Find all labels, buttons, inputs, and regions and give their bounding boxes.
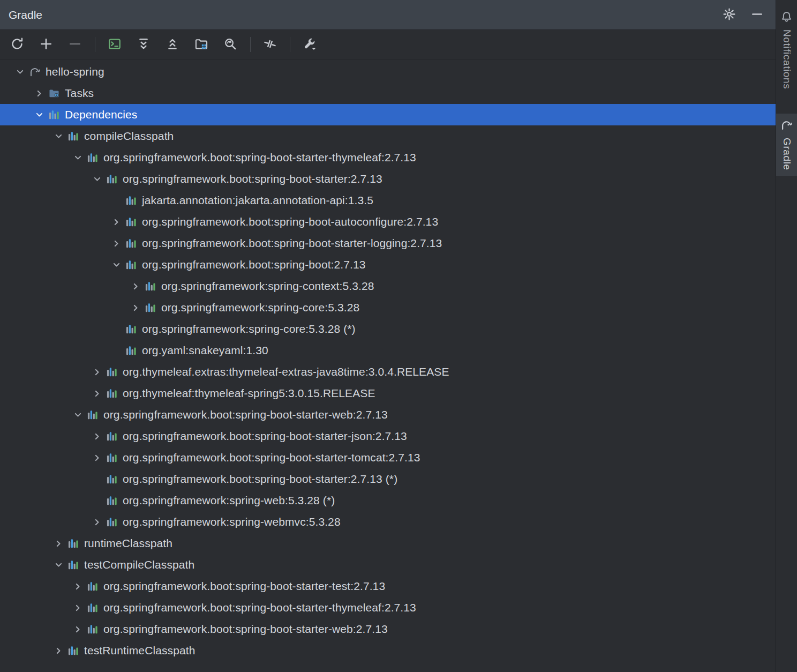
remove-icon [68,37,82,53]
tree-row[interactable]: org.springframework:spring-webmvc:5.3.28 [0,511,776,533]
chevron-right-icon[interactable] [107,216,125,228]
tree-row[interactable]: testCompileClasspath [0,554,776,576]
stripe-tab-gradle[interactable]: Gradle [776,114,797,176]
tree-row[interactable]: org.springframework.boot:spring-boot-sta… [0,618,776,640]
tree-node-label: org.yaml:snakeyaml:1.30 [142,344,268,357]
dependency-icon [106,473,118,485]
tree-row[interactable]: Dependencies [0,104,776,125]
add-icon [39,37,53,53]
chevron-down-icon[interactable] [49,559,67,571]
expand-all-icon [137,37,151,53]
right-tool-stripe: Notifications Gradle [776,0,797,672]
chevron-down-icon[interactable] [49,131,67,142]
expand-all-button[interactable] [133,34,154,55]
tree-node-label: org.springframework.boot:spring-boot-sta… [123,173,382,185]
tree-row[interactable]: Tasks [0,83,776,104]
unlink-project-button[interactable] [64,34,86,55]
chevron-right-icon[interactable] [88,388,106,399]
tree-row[interactable]: org.springframework.boot:spring-boot:2.7… [0,254,776,275]
tree-node-label: org.springframework.boot:spring-boot-aut… [142,215,438,228]
gradle-tab-label: Gradle [781,138,793,170]
dependency-icon [125,195,137,206]
tree-row[interactable]: org.springframework:spring-core:5.3.28 (… [0,318,776,340]
chevron-right-icon[interactable] [88,431,106,442]
toolwindow-options-button[interactable] [719,5,739,25]
gradle-elephant-icon [29,66,41,78]
dependency-icon [125,345,137,356]
tree-row[interactable]: org.springframework.boot:spring-boot-aut… [0,211,776,233]
tree-row[interactable]: org.springframework.boot:spring-boot-sta… [0,447,776,468]
chevron-down-icon[interactable] [69,409,87,421]
tree-row[interactable]: org.thymeleaf:thymeleaf-spring5:3.0.15.R… [0,383,776,404]
dependency-icon [67,130,79,142]
tree-row[interactable]: org.springframework.boot:spring-boot-sta… [0,597,776,618]
group-modules-button[interactable] [191,34,212,55]
toggle-offline-button[interactable] [259,34,281,55]
tree-row[interactable]: runtimeClasspath [0,533,776,554]
tree-row[interactable]: org.yaml:snakeyaml:1.30 [0,340,776,361]
chevron-right-icon[interactable] [49,538,67,549]
gradle-settings-button[interactable] [299,34,320,55]
dependency-icon [87,152,99,163]
chevron-right-icon[interactable] [126,302,145,313]
execute-task-button[interactable] [104,34,125,55]
chevron-right-icon[interactable] [88,452,106,464]
dependency-icon [125,323,137,335]
tree-row[interactable]: org.springframework.boot:spring-boot-sta… [0,404,776,425]
toggle-offline-icon [263,37,277,53]
tree-row[interactable]: org.springframework.boot:spring-boot-sta… [0,468,776,490]
settings-wrench-icon [303,37,317,53]
link-project-button[interactable] [35,34,57,55]
chevron-down-icon[interactable] [88,174,106,185]
tree-node-label: org.springframework:spring-web:5.3.28 (*… [123,494,335,507]
collapse-all-button[interactable] [162,34,183,55]
tree-node-label: org.springframework:spring-core:5.3.28 [161,301,359,314]
tree-node-label: org.springframework.boot:spring-boot-sta… [103,623,388,636]
tree-row[interactable]: org.springframework.boot:spring-boot-sta… [0,168,776,190]
tree-node-label: org.springframework.boot:spring-boot-sta… [103,580,385,593]
hide-toolwindow-button[interactable] [747,5,767,25]
tree-row[interactable]: testRuntimeClasspath [0,640,776,661]
dependency-icon [106,430,118,442]
tree-row[interactable]: org.springframework.boot:spring-boot-sta… [0,576,776,597]
dependency-analyzer-button[interactable] [220,34,241,55]
tree-row[interactable]: org.springframework.boot:spring-boot-sta… [0,147,776,168]
stripe-tab-notifications[interactable]: Notifications [776,5,797,94]
chevron-right-icon[interactable] [126,281,145,292]
tree-row[interactable]: compileClasspath [0,125,776,147]
chevron-right-icon[interactable] [49,645,67,656]
chevron-down-icon[interactable] [11,66,29,78]
group-modules-icon [194,37,208,53]
chevron-right-icon[interactable] [88,517,106,528]
tree-row[interactable]: org.thymeleaf.extras:thymeleaf-extras-ja… [0,361,776,383]
chevron-right-icon[interactable] [69,581,87,592]
tree-row[interactable]: org.springframework.boot:spring-boot-sta… [0,425,776,447]
chevron-down-icon[interactable] [30,109,48,121]
tree-node-label: org.springframework:spring-webmvc:5.3.28 [123,516,341,528]
tree-node-label: runtimeClasspath [84,537,172,550]
dependency-icon [87,602,99,614]
dependency-icon [145,302,156,313]
chevron-right-icon[interactable] [69,602,87,614]
tree-node-label: org.thymeleaf.extras:thymeleaf-extras-ja… [123,365,449,378]
tree-node-label: org.thymeleaf:thymeleaf-spring5:3.0.15.R… [123,387,375,400]
chevron-right-icon[interactable] [88,367,106,378]
reload-gradle-button[interactable] [6,34,28,55]
chevron-right-icon[interactable] [69,624,87,635]
chevron-right-icon[interactable] [107,238,125,249]
tree-row[interactable]: org.springframework.boot:spring-boot-sta… [0,233,776,254]
dependency-icon [125,237,137,249]
chevron-down-icon[interactable] [69,152,87,163]
execute-task-icon [108,37,122,53]
tree-row[interactable]: org.springframework:spring-web:5.3.28 (*… [0,490,776,511]
tree-row[interactable]: jakarta.annotation:jakarta.annotation-ap… [0,190,776,211]
chevron-right-icon[interactable] [30,88,48,99]
tree-node-label: Dependencies [65,108,137,121]
tree-row[interactable]: org.springframework:spring-core:5.3.28 [0,297,776,318]
dependency-icon [48,109,60,121]
tree-row[interactable]: hello-spring [0,61,776,83]
tree-node-label: org.springframework.boot:spring-boot-sta… [103,601,416,614]
toolbar-separator [95,37,95,52]
tree-row[interactable]: org.springframework:spring-context:5.3.2… [0,275,776,297]
chevron-down-icon[interactable] [107,259,125,271]
